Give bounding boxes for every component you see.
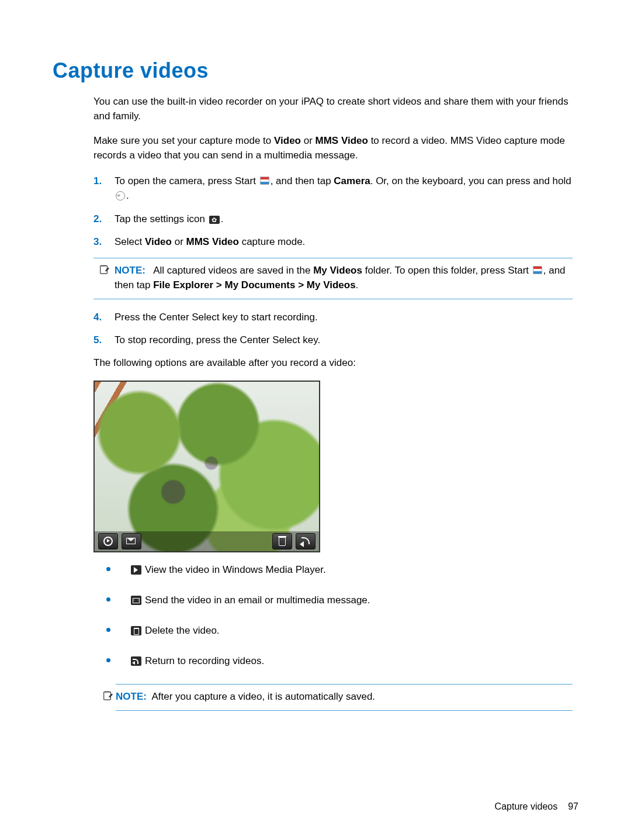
bold-camera: Camera — [334, 175, 370, 186]
note-label: NOTE: — [116, 691, 147, 702]
step-5: 5. To stop recording, press the Center S… — [93, 333, 573, 348]
options-list: View the video in Windows Media Player. … — [93, 563, 573, 668]
text: . Or, on the keyboard, you can press and… — [370, 175, 571, 186]
text: or — [301, 135, 316, 146]
bold-mms-video: MMS Video — [186, 236, 239, 247]
option-return: Return to recording videos. — [93, 654, 573, 668]
step-number: 5. — [93, 333, 102, 348]
text: Press the Center Select key to start rec… — [115, 312, 318, 323]
step-number: 2. — [93, 212, 102, 227]
text: View the video in Windows Media Player. — [145, 564, 326, 575]
note-label: NOTE: — [115, 265, 145, 276]
intro-paragraph-2: Make sure you set your capture mode to V… — [93, 134, 573, 163]
bold-video: Video — [145, 236, 172, 247]
step-1: 1. To open the camera, press Start , and… — [93, 174, 573, 203]
text: Make sure you set your capture mode to — [93, 135, 274, 146]
step-4: 4. Press the Center Select key to start … — [93, 310, 573, 325]
text: Send the video in an email or multimedia… — [145, 594, 370, 606]
text: , and then tap — [271, 175, 334, 186]
start-flag-icon — [533, 266, 542, 274]
text: . — [221, 213, 224, 224]
option-send: Send the video in an email or multimedia… — [93, 593, 573, 607]
text: . — [356, 279, 359, 291]
start-flag-icon — [260, 177, 269, 185]
page-title: Capture videos — [53, 58, 578, 83]
mail-icon — [131, 596, 141, 605]
option-play: View the video in Windows Media Player. — [93, 563, 573, 577]
step-number: 3. — [93, 234, 102, 250]
mail-icon — [122, 533, 141, 549]
text: Tap the settings icon — [115, 213, 208, 224]
page-number: 97 — [568, 801, 578, 811]
intro-paragraph-1: You can use the built-in video recorder … — [93, 95, 573, 123]
text: Delete the video. — [145, 625, 220, 636]
footer-section: Capture videos — [495, 801, 558, 811]
document-page: Capture videos You can use the built-in … — [0, 0, 631, 840]
settings-icon — [209, 216, 220, 224]
text: To open the camera, press Start — [115, 175, 259, 186]
note-box-1: NOTE: All captured videos are saved in t… — [93, 258, 573, 299]
step-number: 1. — [93, 174, 102, 189]
video-preview-screenshot — [93, 381, 320, 552]
steps-list: 1. To open the camera, press Start , and… — [93, 174, 573, 348]
text: capture mode. — [239, 236, 305, 247]
play-icon — [98, 533, 118, 549]
text: Select — [115, 236, 145, 247]
note-icon — [99, 264, 109, 275]
page-footer: Capture videos97 — [495, 801, 578, 812]
note-icon — [102, 690, 113, 701]
step-3: 3. Select Video or MMS Video capture mod… — [93, 234, 573, 299]
return-icon — [131, 656, 141, 666]
text: . — [126, 190, 129, 201]
option-delete: Delete the video. — [93, 624, 573, 638]
play-icon — [131, 565, 141, 575]
step-number: 4. — [93, 310, 102, 325]
trash-icon — [272, 533, 292, 549]
bold-my-videos: My Videos — [313, 265, 362, 276]
bold-path: File Explorer > My Documents > My Videos — [153, 279, 355, 291]
text: Return to recording videos. — [145, 655, 264, 666]
trash-icon — [131, 626, 141, 635]
text: or — [172, 236, 186, 247]
bold-mms-video: MMS Video — [316, 135, 368, 146]
text: All captured videos are saved in the — [153, 265, 313, 276]
body-content: You can use the built-in video recorder … — [93, 95, 573, 668]
text: folder. To open this folder, press Start — [362, 265, 532, 276]
note-box-2: NOTE: After you capture a video, it is a… — [116, 684, 573, 711]
screenshot-toolbar — [95, 531, 319, 551]
after-record-text: The following options are available afte… — [93, 356, 573, 371]
bold-video: Video — [274, 135, 301, 146]
text: To stop recording, press the Center Sele… — [115, 334, 320, 345]
text: After you capture a video, it is automat… — [151, 691, 375, 702]
step-2: 2. Tap the settings icon . — [93, 212, 573, 227]
back-icon — [296, 533, 316, 549]
ok-button-icon — [116, 191, 125, 201]
